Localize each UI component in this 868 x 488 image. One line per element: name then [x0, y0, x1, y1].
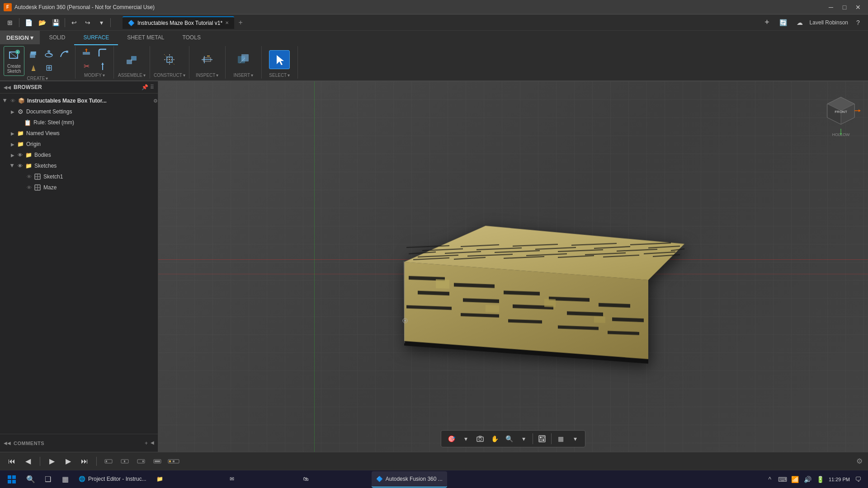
- taskbar-app-mail[interactable]: ✉: [225, 471, 297, 488]
- add-tab-icon[interactable]: +: [761, 16, 774, 29]
- play-button[interactable]: ▶: [46, 455, 58, 468]
- cut-button[interactable]: ✂: [79, 60, 94, 73]
- tree-item-origin[interactable]: ▶ 📁 Origin: [0, 139, 158, 150]
- battery-icon[interactable]: 🔋: [816, 475, 825, 484]
- comments-collapse-button[interactable]: ◀: [151, 440, 154, 446]
- more-create-button[interactable]: ⊞: [42, 61, 56, 74]
- play-last-button[interactable]: ⏭: [78, 455, 91, 468]
- timeline-button3[interactable]: [135, 455, 147, 468]
- tree-arrow-root[interactable]: ▶: [2, 97, 9, 104]
- tree-item-sketches[interactable]: ▶ 👁 📁 Sketches: [0, 160, 158, 171]
- eye-icon-sketches[interactable]: 👁: [16, 162, 24, 169]
- keyboard-icon[interactable]: ⌨: [778, 475, 787, 484]
- add-comment-button[interactable]: +: [145, 440, 148, 446]
- insert-label[interactable]: INSERT ▾: [234, 73, 254, 79]
- inspect-main-button[interactable]: [197, 51, 217, 69]
- save-button[interactable]: 💾: [49, 16, 62, 29]
- tab-solid[interactable]: SOLID: [40, 31, 74, 45]
- close-button[interactable]: ✕: [852, 1, 864, 14]
- timeline-button4[interactable]: [151, 455, 164, 468]
- help-icon[interactable]: ?: [852, 16, 864, 29]
- navigation-cube[interactable]: FRONT HOLLOW: [818, 86, 863, 131]
- tree-arrow-doc[interactable]: ▶: [9, 108, 16, 115]
- display-mode-button[interactable]: [536, 432, 548, 445]
- view-options-button[interactable]: ▾: [459, 432, 472, 445]
- sweep-button[interactable]: [57, 48, 71, 61]
- taskbar-app-chrome[interactable]: 🌐 Project Editor - Instruc...: [74, 471, 151, 488]
- timeline-button5[interactable]: [167, 455, 180, 468]
- viewport[interactable]: FRONT HOLLOW 🎯 ▾: [158, 81, 868, 452]
- notification-button[interactable]: 🗨: [854, 475, 863, 484]
- tree-item-maze[interactable]: ▶ 👁 Maze: [0, 182, 158, 193]
- cloud-icon[interactable]: ☁: [793, 16, 806, 29]
- title-bar-controls[interactable]: ─ □ ✕: [825, 1, 864, 14]
- construct-main-button[interactable]: [160, 51, 179, 69]
- insert-main-button[interactable]: [233, 51, 253, 69]
- modify-label[interactable]: MODIFY ▾: [84, 73, 105, 79]
- tree-arrow-sketches[interactable]: ▶: [9, 162, 16, 169]
- tree-item-bodies[interactable]: ▶ 👁 📁 Bodies: [0, 150, 158, 160]
- online-icon[interactable]: 🔄: [777, 16, 790, 29]
- tree-item-doc-settings[interactable]: ▶ ⚙ Document Settings: [0, 106, 158, 117]
- tree-item-named-views[interactable]: ▶ 📁 Named Views: [0, 128, 158, 139]
- taskbar-app-store[interactable]: 🛍: [298, 471, 371, 488]
- minimize-button[interactable]: ─: [825, 1, 837, 14]
- tab-surface[interactable]: SURFACE: [74, 31, 118, 45]
- redo-dropdown[interactable]: ▾: [95, 16, 108, 29]
- grid-menu-button[interactable]: ⊞: [4, 16, 16, 29]
- taskbar-app-fusion[interactable]: 🔷 Autodesk Fusion 360 ...: [372, 471, 447, 488]
- browser-pin-button[interactable]: 📌: [142, 84, 148, 90]
- settings-gear-button[interactable]: ⚙: [856, 457, 863, 465]
- eye-icon-maze[interactable]: 👁: [25, 184, 33, 191]
- start-button[interactable]: [2, 471, 22, 488]
- select-label[interactable]: SELECT ▾: [269, 73, 290, 79]
- grid-dropdown-button[interactable]: ▾: [569, 432, 581, 445]
- task-view-button[interactable]: ❑: [40, 471, 56, 488]
- press-pull-button[interactable]: [79, 47, 94, 59]
- system-clock[interactable]: 11:29 PM: [829, 477, 850, 482]
- tree-arrow-origin[interactable]: ▶: [9, 141, 16, 148]
- open-button[interactable]: 📂: [36, 16, 48, 29]
- tree-item-root[interactable]: ▶ 👁 📦 Instructables Maze Box Tutor... ⚙: [0, 95, 158, 106]
- maximize-button[interactable]: □: [838, 1, 851, 14]
- play-first-button[interactable]: ⏮: [5, 455, 18, 468]
- search-taskbar-button[interactable]: 🔍: [23, 471, 39, 488]
- inspect-label[interactable]: INSPECT ▾: [196, 73, 218, 79]
- new-button[interactable]: 📄: [22, 16, 35, 29]
- camera-button[interactable]: [474, 432, 486, 445]
- create-sketch-button[interactable]: + CreateSketch: [4, 46, 24, 76]
- audio-icon[interactable]: 🔊: [803, 475, 812, 484]
- taskbar-app-files[interactable]: 📁: [152, 471, 224, 488]
- add-tab-button[interactable]: +: [235, 17, 246, 28]
- construct-label[interactable]: CONSTRUCT ▾: [154, 73, 185, 79]
- widgets-button[interactable]: ▦: [57, 471, 73, 488]
- zoom-button[interactable]: 🔍: [503, 432, 515, 445]
- tray-expand-button[interactable]: ^: [765, 475, 774, 484]
- tree-settings-root[interactable]: ⚙: [153, 98, 158, 104]
- zoom-dropdown-button[interactable]: ▾: [517, 432, 530, 445]
- tree-arrow-named-views[interactable]: ▶: [9, 130, 16, 137]
- tab-close-button[interactable]: ✕: [225, 20, 229, 25]
- stitch-button[interactable]: [95, 60, 110, 73]
- loft-button[interactable]: [26, 61, 41, 74]
- revolve-button[interactable]: [42, 48, 56, 61]
- tree-arrow-bodies[interactable]: ▶: [9, 151, 16, 159]
- eye-icon-root[interactable]: 👁: [9, 97, 16, 104]
- tab-sheet-metal[interactable]: SHEET METAL: [118, 31, 173, 45]
- collapse-comments-icon[interactable]: ◀◀: [4, 441, 11, 446]
- eye-icon-sketch1[interactable]: 👁: [25, 173, 33, 180]
- grid-button[interactable]: ▦: [554, 432, 567, 445]
- home-view-button[interactable]: 🎯: [445, 432, 458, 445]
- play-prev-button[interactable]: ◀: [22, 455, 34, 468]
- tree-item-rule[interactable]: ▶ 📋 Rule: Steel (mm): [0, 117, 158, 128]
- eye-icon-bodies[interactable]: 👁: [16, 151, 24, 159]
- pan-button[interactable]: ✋: [488, 432, 501, 445]
- undo-button[interactable]: ↩: [68, 16, 80, 29]
- network-icon[interactable]: 📶: [791, 475, 800, 484]
- tab-tools[interactable]: TOOLS: [173, 31, 209, 45]
- redo-button[interactable]: ↪: [81, 16, 94, 29]
- play-next-button[interactable]: ▶: [62, 455, 75, 468]
- select-main-button[interactable]: [269, 50, 290, 69]
- timeline-keyframe-button[interactable]: [102, 455, 115, 468]
- fillet-button[interactable]: [95, 47, 110, 59]
